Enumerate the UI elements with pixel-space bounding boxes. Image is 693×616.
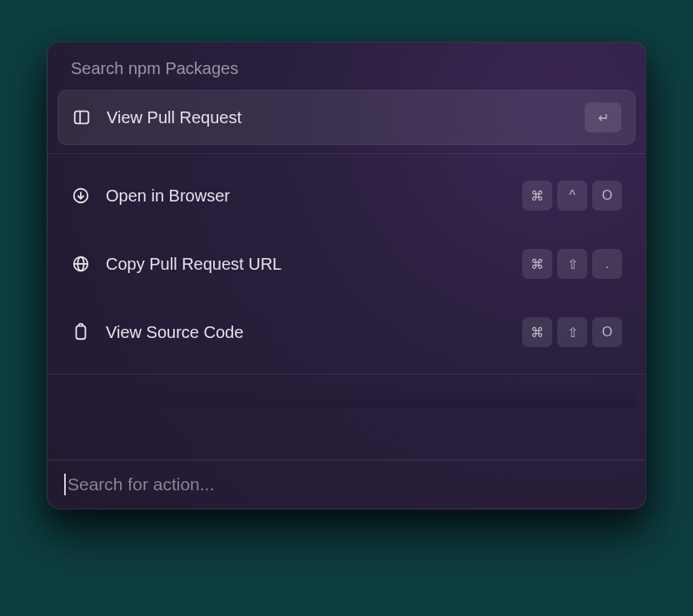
action-view-pull-request[interactable]: View Pull Request ↵ — [57, 90, 636, 145]
key-enter: ↵ — [585, 102, 621, 132]
key-period: . — [592, 249, 622, 279]
action-label: View Pull Request — [107, 108, 570, 127]
search-bar — [47, 460, 646, 509]
action-open-in-browser[interactable]: Open in Browser ⌘ ^ O — [57, 169, 636, 222]
key-cmd: ⌘ — [522, 249, 552, 279]
action-copy-pull-request-url[interactable]: Copy Pull Request URL ⌘ ⇧ . — [57, 237, 636, 291]
action-label: View Source Code — [106, 323, 507, 342]
globe-icon — [71, 254, 91, 274]
key-ctrl: ^ — [557, 181, 587, 211]
action-view-source-code[interactable]: View Source Code ⌘ ⇧ O — [57, 306, 636, 359]
header-title: Search npm Packages — [47, 42, 646, 90]
shortcut-keys: ⌘ ⇧ . — [522, 249, 622, 279]
download-circle-icon — [71, 186, 91, 206]
action-label: Open in Browser — [106, 186, 507, 206]
actions-list: View Pull Request ↵ Open in Browser ⌘ — [47, 90, 646, 460]
divider — [47, 374, 646, 375]
panel-left-icon — [72, 107, 92, 127]
key-shift: ⇧ — [557, 249, 587, 279]
text-cursor — [64, 474, 66, 495]
divider — [47, 153, 646, 154]
svg-rect-0 — [75, 112, 89, 124]
shortcut-keys: ⌘ ⇧ O — [522, 317, 622, 347]
actions-section: Open in Browser ⌘ ^ O Copy Pull Request … — [57, 162, 636, 365]
key-cmd: ⌘ — [522, 317, 552, 347]
shortcut-keys: ↵ — [585, 102, 621, 132]
svg-rect-7 — [77, 326, 86, 340]
key-o: O — [592, 181, 622, 211]
key-shift: ⇧ — [557, 317, 587, 347]
shortcut-keys: ⌘ ^ O — [522, 181, 622, 211]
action-label: Copy Pull Request URL — [106, 255, 507, 274]
key-o: O — [592, 317, 622, 347]
key-cmd: ⌘ — [522, 181, 552, 211]
search-input[interactable] — [67, 474, 629, 494]
clipboard-icon — [71, 322, 91, 342]
truncated-row — [57, 383, 636, 408]
actions-panel: Search npm Packages View Pull Request ↵ — [47, 42, 646, 509]
